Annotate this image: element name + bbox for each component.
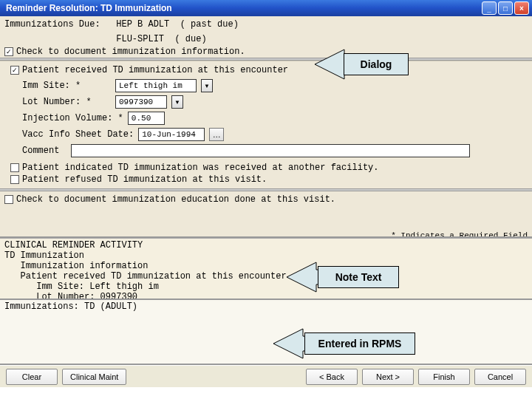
check-document-info[interactable] (4, 47, 13, 56)
ca-l4: Imm Site: Left thigh im (4, 282, 528, 292)
clinical-maint-button[interactable]: Clinical Maint (62, 369, 126, 385)
chk-refused-label: Patient refused TD immunization at this … (22, 174, 267, 185)
immunizations-due-line1: Immunizations Due: HEP B ADLT ( past due… (0, 16, 532, 31)
imm-site-dropdown-icon[interactable]: ▼ (201, 79, 213, 92)
imm-site-row: Imm Site: * ▼ (22, 79, 528, 92)
close-button[interactable]: × (514, 1, 529, 15)
ca-heading: CLINICAL REMINDER ACTIVITY (4, 240, 528, 250)
chk-other-row: Patient indicated TD immunization was re… (6, 162, 528, 174)
minimize-button[interactable]: _ (482, 1, 497, 15)
chk-education-label: Check to document immunization education… (16, 194, 335, 205)
ca-l1: TD Immunization (4, 250, 528, 261)
dialog-content: Immunizations Due: HEP B ADLT ( past due… (0, 16, 532, 238)
lot-label: Lot Number: * (22, 97, 111, 107)
chk-refused-row: Patient refused TD immunization at this … (6, 174, 528, 185)
chk-education[interactable] (4, 195, 13, 204)
chk-other-facility[interactable] (10, 163, 19, 172)
callout-rpms: Entered in RPMS (304, 332, 415, 355)
lot-dropdown-icon[interactable]: ▼ (171, 95, 183, 109)
rpms-panel: Immunizations: TD (ADULT) (0, 300, 532, 365)
vol-row: Injection Volume: * (22, 112, 528, 125)
required-note: * Indicates a Required Field (0, 230, 532, 238)
encounter-panel: Patient received TD immunization at this… (0, 61, 532, 188)
callout-note: Note Text (318, 266, 399, 288)
imm-site-field[interactable] (115, 79, 197, 92)
chk-received[interactable] (10, 66, 19, 75)
window-title: Reminder Resolution: TD Immunization (3, 3, 482, 13)
cancel-button[interactable]: Cancel (474, 369, 526, 385)
comment-label: Comment (22, 146, 66, 156)
back-button[interactable]: < Back (306, 369, 358, 385)
vol-field[interactable] (128, 112, 165, 125)
chk-refused[interactable] (10, 175, 19, 184)
chk-other-label: Patient indicated TD immunization was re… (22, 163, 378, 173)
lot-field[interactable] (115, 95, 167, 109)
date-picker-button[interactable]: … (209, 128, 224, 141)
clinical-activity-panel: CLINICAL REMINDER ACTIVITY TD Immunizati… (0, 238, 532, 300)
ca-l5: Lot Number: 0997390 (4, 292, 528, 300)
window-controls: _ □ × (482, 1, 529, 15)
chk-received-row: Patient received TD immunization at this… (6, 64, 528, 76)
callout-dialog: Dialog (344, 53, 409, 75)
date-row: Vacc Info Sheet Date: … (22, 128, 528, 141)
date-field[interactable] (138, 128, 205, 141)
check-document-info-label: Check to document immunization informati… (16, 47, 245, 57)
vol-label: Injection Volume: * (22, 113, 123, 123)
rpms-heading: Immunizations: TD (ADULT) (4, 301, 528, 312)
chk-received-label: Patient received TD immunization at this… (22, 65, 288, 75)
date-label: Vacc Info Sheet Date: (22, 129, 134, 140)
check-document-info-row: Check to document immunization informati… (0, 46, 532, 58)
finish-button[interactable]: Finish (418, 369, 470, 385)
imm-site-label: Imm Site: * (22, 81, 111, 91)
clear-button[interactable]: Clear (6, 369, 58, 385)
ca-l2: Immunization information (4, 261, 528, 271)
immunizations-due-line2: FLU-SPLIT ( due) (0, 31, 532, 46)
maximize-button[interactable]: □ (498, 1, 513, 15)
next-button[interactable]: Next > (362, 369, 414, 385)
ca-l3: Patient received TD immunization at this… (4, 271, 528, 282)
lot-row: Lot Number: * ▼ (22, 95, 528, 109)
comment-field[interactable] (71, 144, 470, 157)
comment-row: Comment (22, 144, 528, 157)
title-bar: Reminder Resolution: TD Immunization _ □… (0, 0, 532, 16)
button-bar: Clear Clinical Maint < Back Next > Finis… (0, 365, 532, 387)
chk-edu-row: Check to document immunization education… (0, 191, 532, 208)
